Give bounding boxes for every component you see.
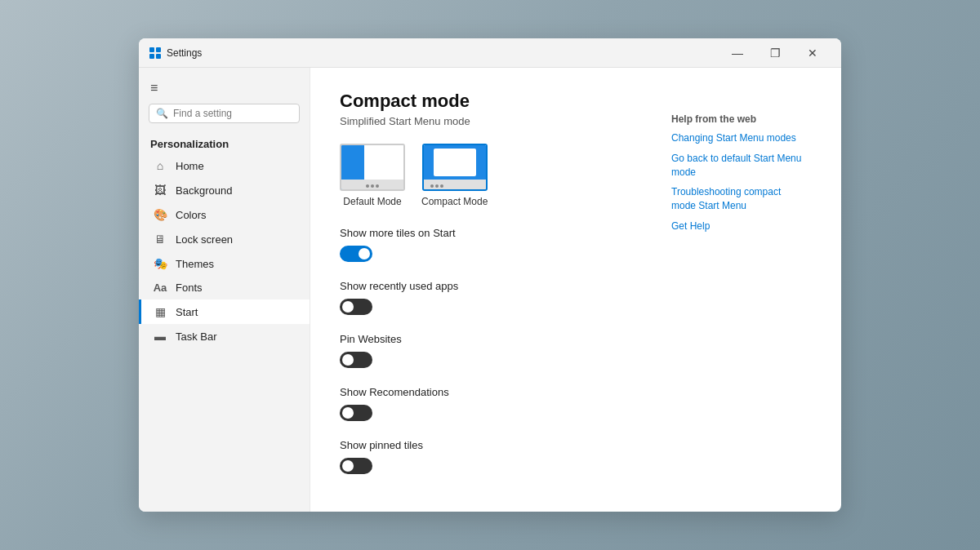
themes-icon: 🎭 xyxy=(153,257,167,270)
svg-rect-3 xyxy=(156,54,161,59)
help-link-2[interactable]: Troubleshooting compact mode Start Menu xyxy=(671,185,805,213)
sidebar-item-start[interactable]: ▦ Start xyxy=(139,299,310,324)
toggle-knob-pinned-tiles xyxy=(342,460,354,472)
main-content: Compact mode Simplified Start Menu mode xyxy=(310,68,841,512)
sidebar-item-label-fonts: Fonts xyxy=(176,282,203,294)
setting-label-pinned-tiles: Show pinned tiles xyxy=(340,439,671,451)
main-content-inner: Compact mode Simplified Start Menu mode xyxy=(340,91,818,495)
sidebar-item-label-start: Start xyxy=(176,306,198,318)
window-title: Settings xyxy=(167,47,719,59)
colors-icon: 🎨 xyxy=(153,208,167,221)
default-mode-card[interactable]: Default Mode xyxy=(340,144,405,207)
sidebar-item-label-colors: Colors xyxy=(176,209,207,221)
help-link-3[interactable]: Get Help xyxy=(671,220,805,233)
fonts-icon: Aa xyxy=(153,282,167,294)
search-input[interactable] xyxy=(173,108,292,119)
help-link-0[interactable]: Changing Start Menu modes xyxy=(671,131,805,145)
toggle-show-more-tiles[interactable] xyxy=(340,246,372,262)
toggle-knob-pin-websites xyxy=(342,354,354,366)
search-box[interactable]: 🔍 xyxy=(149,104,300,123)
setting-label-recommendations: Show Recomendations xyxy=(340,386,671,398)
sidebar-item-background[interactable]: 🖼 Background xyxy=(139,178,310,202)
page-title: Compact mode xyxy=(340,91,671,112)
setting-label-recently-used: Show recently used apps xyxy=(340,280,671,292)
svg-rect-2 xyxy=(149,54,154,59)
page-subtitle: Simplified Start Menu mode xyxy=(340,115,671,127)
help-link-1[interactable]: Go back to default Start Menu mode xyxy=(671,152,805,180)
taskbar-icon: ▬ xyxy=(153,330,167,343)
minimize-button[interactable]: — xyxy=(719,38,756,68)
compact-mode-image xyxy=(422,144,488,191)
setting-pin-websites: Pin Websites xyxy=(340,333,671,371)
default-mode-image xyxy=(340,144,405,191)
setting-pinned-tiles: Show pinned tiles xyxy=(340,439,671,477)
hamburger-icon[interactable]: ≡ xyxy=(139,76,310,104)
default-mode-label: Default Mode xyxy=(343,196,401,207)
settings-window: Settings — ❐ ✕ ≡ 🔍 Personalization ⌂ Hom… xyxy=(139,38,841,512)
home-icon: ⌂ xyxy=(153,159,167,172)
sidebar-item-label-taskbar: Task Bar xyxy=(176,330,217,343)
toggle-recently-used[interactable] xyxy=(340,299,372,315)
sidebar-item-label-lock-screen: Lock screen xyxy=(176,233,233,246)
sidebar-item-home[interactable]: ⌂ Home xyxy=(139,153,310,178)
window-content: ≡ 🔍 Personalization ⌂ Home 🖼 Background … xyxy=(139,68,841,512)
sidebar-item-taskbar[interactable]: ▬ Task Bar xyxy=(139,324,310,348)
sidebar: ≡ 🔍 Personalization ⌂ Home 🖼 Background … xyxy=(139,68,310,512)
sidebar-item-label-themes: Themes xyxy=(176,258,214,270)
help-panel: Help from the web Changing Start Menu mo… xyxy=(671,91,818,495)
lock-screen-icon: 🖥 xyxy=(153,233,167,246)
close-button[interactable]: ✕ xyxy=(794,38,831,68)
toggle-pin-websites[interactable] xyxy=(340,352,372,368)
svg-rect-0 xyxy=(149,47,154,52)
setting-label-show-more-tiles: Show more tiles on Start xyxy=(340,227,671,239)
sidebar-item-lock-screen[interactable]: 🖥 Lock screen xyxy=(139,227,310,251)
toggle-knob-recommendations xyxy=(342,407,354,419)
sidebar-item-colors[interactable]: 🎨 Colors xyxy=(139,202,310,227)
titlebar: Settings — ❐ ✕ xyxy=(139,38,841,68)
sidebar-item-label-home: Home xyxy=(176,160,204,172)
mode-cards: Default Mode xyxy=(340,144,671,207)
maximize-button[interactable]: ❐ xyxy=(756,38,794,68)
search-icon: 🔍 xyxy=(156,108,168,119)
setting-recently-used: Show recently used apps xyxy=(340,280,671,318)
setting-show-more-tiles: Show more tiles on Start xyxy=(340,227,671,265)
settings-area: Compact mode Simplified Start Menu mode xyxy=(340,91,671,495)
toggle-knob-show-more-tiles xyxy=(359,248,370,259)
toggle-recommendations[interactable] xyxy=(340,405,372,421)
start-icon: ▦ xyxy=(153,305,167,318)
app-icon xyxy=(149,47,162,60)
svg-rect-1 xyxy=(156,47,161,52)
window-controls: — ❐ ✕ xyxy=(719,38,831,68)
setting-recommendations: Show Recomendations xyxy=(340,386,671,424)
sidebar-item-label-background: Background xyxy=(176,184,232,197)
compact-mode-label: Compact Mode xyxy=(421,196,488,207)
sidebar-item-fonts[interactable]: Aa Fonts xyxy=(139,276,310,299)
compact-mode-card[interactable]: Compact Mode xyxy=(421,144,488,207)
setting-label-pin-websites: Pin Websites xyxy=(340,333,671,345)
background-icon: 🖼 xyxy=(153,184,167,197)
toggle-pinned-tiles[interactable] xyxy=(340,458,372,474)
sidebar-section-title: Personalization xyxy=(139,133,310,153)
help-title: Help from the web xyxy=(671,113,805,125)
toggle-knob-recently-used xyxy=(342,301,354,313)
sidebar-item-themes[interactable]: 🎭 Themes xyxy=(139,251,310,276)
